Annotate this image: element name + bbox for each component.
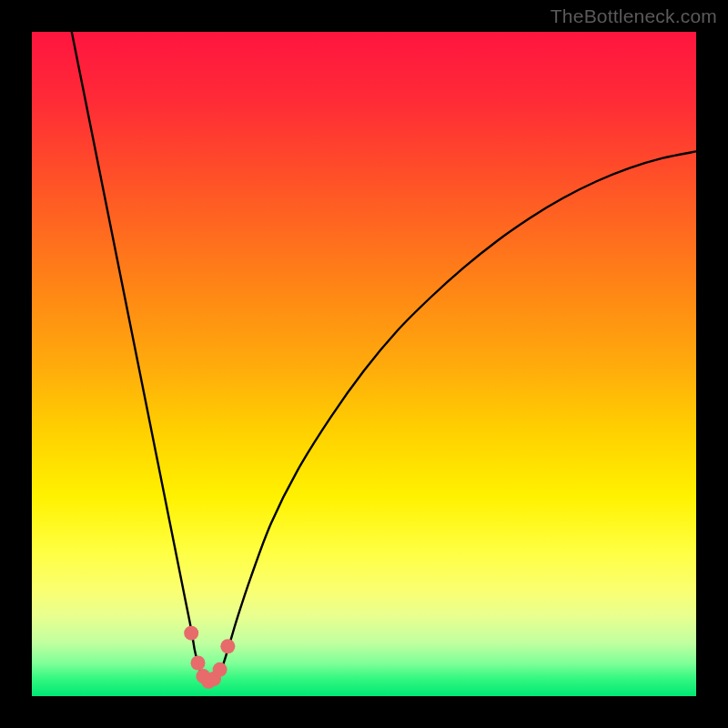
gradient-background [32, 32, 696, 696]
curve-marker [184, 626, 198, 641]
curve-marker [191, 656, 206, 671]
plot-area [32, 32, 696, 696]
watermark-text: TheBottleneck.com [551, 5, 717, 27]
plot-svg [32, 32, 696, 696]
chart-frame: TheBottleneck.com [0, 0, 728, 728]
curve-marker [220, 639, 235, 653]
curve-marker [213, 662, 228, 677]
